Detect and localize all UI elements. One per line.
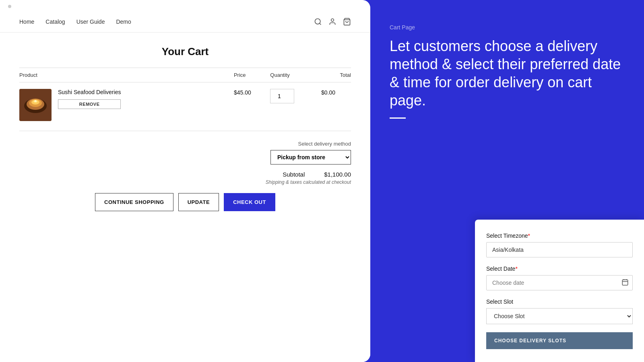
nav-home[interactable]: Home bbox=[19, 19, 34, 25]
product-price: $45.00 bbox=[234, 88, 251, 96]
promo-eyebrow: Cart Page bbox=[390, 24, 625, 31]
shipping-note: Shipping & taxes calculated at checkout bbox=[19, 179, 351, 185]
cart-table: Product Price Quantity Total bbox=[19, 68, 351, 128]
browser-dot-1 bbox=[8, 5, 11, 8]
choose-delivery-slots-button[interactable]: CHOOSE DELIVERY SLOTS bbox=[486, 332, 633, 349]
nav-demo[interactable]: Demo bbox=[116, 19, 131, 25]
slot-label: Select Slot bbox=[486, 298, 633, 305]
svg-line-1 bbox=[320, 23, 321, 25]
timezone-input[interactable] bbox=[486, 242, 633, 257]
promo-divider bbox=[390, 117, 406, 119]
cart-section: Your Cart Product Price Quantity Total bbox=[0, 33, 370, 234]
svg-point-10 bbox=[35, 101, 36, 102]
col-quantity: Quantity bbox=[270, 68, 321, 82]
calendar-icon-button[interactable] bbox=[621, 279, 629, 287]
cart-title: Your Cart bbox=[19, 45, 351, 58]
nav-bar: Home Catalog User Guide Demo bbox=[0, 11, 370, 33]
nav-user-guide[interactable]: User Guide bbox=[76, 19, 105, 25]
svg-rect-11 bbox=[622, 280, 628, 286]
nav-catalog[interactable]: Catalog bbox=[45, 19, 65, 25]
store-content: Home Catalog User Guide Demo bbox=[0, 11, 370, 362]
search-icon[interactable] bbox=[314, 18, 322, 26]
product-image bbox=[19, 89, 52, 121]
user-icon[interactable] bbox=[328, 18, 336, 26]
product-cell: Sushi Seafood Deliveries REMOVE bbox=[19, 89, 234, 121]
subtotal-value: $1,100.00 bbox=[324, 171, 351, 178]
checkout-button[interactable]: CHECK OUT bbox=[224, 193, 275, 211]
date-group: Select Date* bbox=[486, 265, 633, 290]
remove-button[interactable]: REMOVE bbox=[58, 99, 121, 109]
timezone-group: Select Timezone* bbox=[486, 232, 633, 257]
col-price: Price bbox=[234, 68, 270, 82]
promo-headline: Let customers choose a delivery method &… bbox=[390, 37, 625, 109]
quantity-input[interactable] bbox=[270, 89, 294, 103]
product-total: $0.00 bbox=[321, 88, 335, 96]
product-info: Sushi Seafood Deliveries REMOVE bbox=[58, 89, 121, 109]
date-required: * bbox=[515, 265, 517, 272]
sidebar-card: Select Timezone* Select Date* Select Slo… bbox=[475, 220, 644, 362]
date-input[interactable] bbox=[486, 275, 633, 290]
delivery-method-select[interactable]: Pickup from store Home Delivery Express … bbox=[270, 150, 351, 165]
subtotal-label: Subtotal bbox=[283, 171, 305, 178]
promo-section: Cart Page Let customers choose a deliver… bbox=[370, 0, 644, 132]
col-total: Total bbox=[321, 68, 351, 82]
delivery-method-label: Select delivery method bbox=[298, 141, 351, 147]
delivery-row: Select delivery method Pickup from store… bbox=[19, 141, 351, 165]
cart-footer: Select delivery method Pickup from store… bbox=[19, 131, 351, 211]
continue-shopping-button[interactable]: CONTINUE SHOPPING bbox=[95, 193, 173, 211]
action-buttons: CONTINUE SHOPPING UPDATE CHECK OUT bbox=[19, 193, 351, 211]
cart-icon[interactable] bbox=[343, 18, 351, 26]
timezone-label: Select Timezone* bbox=[486, 232, 633, 239]
left-panel: Home Catalog User Guide Demo bbox=[0, 0, 370, 362]
nav-icons bbox=[314, 18, 351, 26]
col-product: Product bbox=[19, 68, 234, 82]
slot-group: Select Slot Choose Slot Morning 9-12 Aft… bbox=[486, 298, 633, 324]
right-panel: Cart Page Let customers choose a deliver… bbox=[370, 0, 644, 362]
date-label: Select Date* bbox=[486, 265, 633, 272]
nav-links: Home Catalog User Guide Demo bbox=[19, 19, 131, 25]
subtotal-row: Subtotal $1,100.00 bbox=[19, 171, 351, 178]
update-button[interactable]: UPDATE bbox=[178, 193, 219, 211]
browser-tab-bar bbox=[8, 5, 362, 11]
timezone-required: * bbox=[528, 232, 530, 239]
browser-chrome bbox=[0, 0, 370, 11]
date-input-wrapper bbox=[486, 275, 633, 290]
svg-point-2 bbox=[331, 19, 334, 22]
slot-select[interactable]: Choose Slot Morning 9-12 Afternoon 12-4 … bbox=[486, 308, 633, 324]
product-name: Sushi Seafood Deliveries bbox=[58, 89, 121, 95]
table-row: Sushi Seafood Deliveries REMOVE $45.00 bbox=[19, 82, 351, 128]
svg-point-0 bbox=[315, 19, 320, 24]
